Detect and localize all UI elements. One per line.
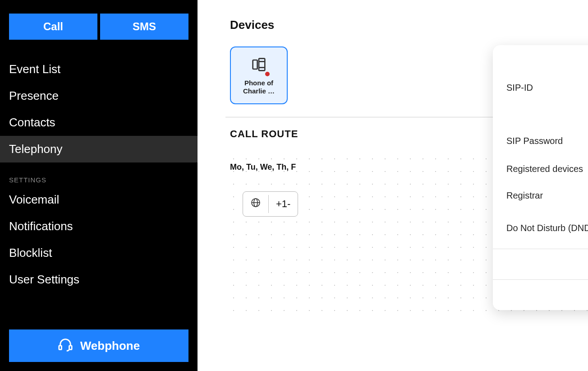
sidebar-item-contacts[interactable]: Contacts bbox=[0, 109, 198, 136]
webphone-button[interactable]: Webphone bbox=[9, 329, 188, 362]
svg-rect-1 bbox=[69, 345, 72, 349]
device-phone-icon bbox=[250, 56, 268, 75]
registered-devices-row: Registered devices No registered device bbox=[506, 156, 588, 182]
webphone-label: Webphone bbox=[80, 339, 140, 353]
device-card-label: Phone of Charlie … bbox=[235, 79, 282, 95]
device-details-popover: SIP-ID Your SIP ID Configuration guide bbox=[493, 45, 588, 310]
svg-rect-0 bbox=[59, 345, 62, 349]
top-buttons: Call SMS bbox=[0, 14, 198, 56]
sip-id-row: SIP-ID Your SIP ID bbox=[506, 73, 588, 102]
phone-number-chip[interactable]: +1- bbox=[243, 191, 298, 217]
device-status-dot-icon bbox=[264, 71, 271, 77]
sidebar-item-telephony[interactable]: Telephony bbox=[0, 136, 198, 162]
registered-devices-label: Registered devices bbox=[506, 164, 583, 174]
registrar-row: Registrar sipgate.co.uk bbox=[506, 182, 588, 209]
sip-password-row: SIP Password Your SIP Password bbox=[506, 121, 588, 156]
sidebar-item-event-list[interactable]: Event List bbox=[0, 56, 198, 83]
svg-rect-2 bbox=[253, 60, 257, 69]
headset-icon bbox=[58, 337, 73, 355]
popover-footer: Device settings Additional settings bbox=[493, 249, 588, 310]
sms-button[interactable]: SMS bbox=[100, 14, 188, 40]
sidebar-item-voicemail[interactable]: Voicemail bbox=[0, 186, 198, 213]
sip-password-label: SIP Password bbox=[506, 136, 563, 146]
device-card-phone-of-charlie[interactable]: Phone of Charlie … bbox=[230, 46, 288, 104]
dnd-row: Do Not Disturb (DND) bbox=[506, 209, 588, 241]
sip-id-label: SIP-ID bbox=[506, 83, 533, 93]
sidebar: Call SMS Event List Presence Contacts Te… bbox=[0, 0, 198, 371]
popover-top-actions bbox=[493, 45, 588, 69]
svg-rect-3 bbox=[259, 59, 265, 71]
phone-number-text: +1- bbox=[276, 198, 290, 210]
additional-settings-button[interactable]: Additional settings bbox=[493, 279, 588, 310]
call-button[interactable]: Call bbox=[9, 14, 97, 40]
sidebar-item-presence[interactable]: Presence bbox=[0, 83, 198, 109]
sidebar-item-user-settings[interactable]: User Settings bbox=[0, 266, 198, 293]
globe-icon bbox=[250, 197, 261, 211]
main-content: Devices Phone of Charlie … CALL ROUTE Mo… bbox=[198, 0, 588, 371]
sidebar-item-notifications[interactable]: Notifications bbox=[0, 213, 198, 240]
sidebar-item-blocklist[interactable]: Blocklist bbox=[0, 240, 198, 266]
devices-title: Devices bbox=[230, 18, 588, 32]
settings-section-label: SETTINGS bbox=[0, 162, 198, 186]
dnd-label: Do Not Disturb (DND) bbox=[506, 223, 588, 233]
days-row: Mo, Tu, We, Th, F bbox=[230, 162, 296, 172]
registrar-label: Registrar bbox=[506, 190, 543, 201]
device-settings-button[interactable]: Device settings bbox=[493, 249, 588, 279]
